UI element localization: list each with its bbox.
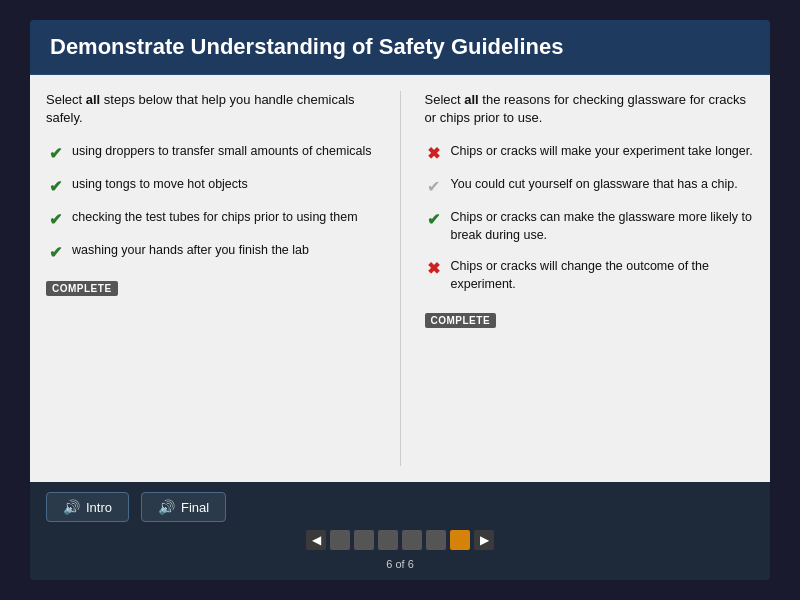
nav-dot-3[interactable] <box>378 530 398 550</box>
list-item[interactable]: ✖ Chips or cracks will change the outcom… <box>425 258 755 293</box>
complete-badge-right: COMPLETE <box>425 313 497 328</box>
page-title: Demonstrate Understanding of Safety Guid… <box>50 34 750 60</box>
nav-dot-6[interactable] <box>450 530 470 550</box>
item-text: You could cut yourself on glassware that… <box>451 176 738 194</box>
check-light-icon: ✔ <box>425 177 443 195</box>
check-icon: ✔ <box>46 177 64 195</box>
x-icon: ✖ <box>425 144 443 162</box>
check-icon: ✔ <box>46 210 64 228</box>
final-button[interactable]: 🔊 Final <box>141 492 226 522</box>
list-item[interactable]: ✔ washing your hands after you finish th… <box>46 242 376 261</box>
page-indicator: 6 of 6 <box>386 558 414 570</box>
final-label: Final <box>181 500 209 515</box>
nav-dot-4[interactable] <box>402 530 422 550</box>
item-text: Chips or cracks will make your experimen… <box>451 143 753 161</box>
list-item[interactable]: ✔ using droppers to transfer small amoun… <box>46 143 376 162</box>
content-area: Select all steps below that help you han… <box>30 75 770 482</box>
item-text: Chips or cracks will change the outcome … <box>451 258 755 293</box>
item-text: checking the test tubes for chips prior … <box>72 209 358 227</box>
list-item[interactable]: ✔ You could cut yourself on glassware th… <box>425 176 755 195</box>
complete-badge-left: COMPLETE <box>46 281 118 296</box>
left-column: Select all steps below that help you han… <box>46 91 376 466</box>
check-icon: ✔ <box>46 144 64 162</box>
list-item[interactable]: ✔ Chips or cracks can make the glassware… <box>425 209 755 244</box>
header: Demonstrate Understanding of Safety Guid… <box>30 20 770 75</box>
list-item[interactable]: ✖ Chips or cracks will make your experim… <box>425 143 755 162</box>
column-divider <box>400 91 401 466</box>
nav-dot-2[interactable] <box>354 530 374 550</box>
speaker-icon: 🔊 <box>63 499 80 515</box>
list-item[interactable]: ✔ using tongs to move hot objects <box>46 176 376 195</box>
screen: Demonstrate Understanding of Safety Guid… <box>30 20 770 580</box>
nav-prev-button[interactable]: ◀ <box>306 530 326 550</box>
nav-dot-5[interactable] <box>426 530 446 550</box>
check-icon: ✔ <box>46 243 64 261</box>
nav-dot-1[interactable] <box>330 530 350 550</box>
check-icon: ✔ <box>425 210 443 228</box>
footer: 🔊 Intro 🔊 Final ◀ ▶ 6 of 6 <box>30 482 770 580</box>
item-text: using tongs to move hot objects <box>72 176 248 194</box>
footer-buttons: 🔊 Intro 🔊 Final <box>46 492 226 522</box>
right-instruction: Select all the reasons for checking glas… <box>425 91 755 127</box>
intro-label: Intro <box>86 500 112 515</box>
speaker-icon: 🔊 <box>158 499 175 515</box>
item-text: Chips or cracks can make the glassware m… <box>451 209 755 244</box>
x-icon: ✖ <box>425 259 443 277</box>
list-item[interactable]: ✔ checking the test tubes for chips prio… <box>46 209 376 228</box>
left-instruction: Select all steps below that help you han… <box>46 91 376 127</box>
right-column: Select all the reasons for checking glas… <box>425 91 755 466</box>
nav-bar: ◀ ▶ <box>306 530 494 550</box>
item-text: using droppers to transfer small amounts… <box>72 143 371 161</box>
intro-button[interactable]: 🔊 Intro <box>46 492 129 522</box>
item-text: washing your hands after you finish the … <box>72 242 309 260</box>
nav-next-button[interactable]: ▶ <box>474 530 494 550</box>
